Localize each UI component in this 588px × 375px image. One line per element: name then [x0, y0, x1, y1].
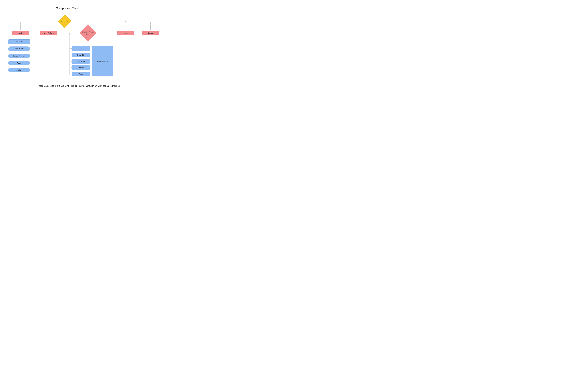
node-filter-highlights-label: Highlights [77, 54, 84, 56]
node-about-label: About [124, 32, 128, 34]
node-statecontrol: StateControl [58, 14, 71, 28]
node-statecontrol-label: StateControl [60, 20, 69, 22]
node-unityportfolio: UnityPortfolio [40, 31, 57, 35]
node-unityportfolio-label: UnityPortfolio [44, 32, 54, 34]
node-nav-header: Header [8, 39, 30, 44]
node-filter-javascript-label: JavaScript [77, 60, 85, 62]
node-contact: Contact [142, 31, 159, 35]
diagram-footnote: These Categories might actually be just … [37, 85, 120, 87]
node-repositorylist-label: RepositoryList [97, 60, 108, 62]
node-contact-label: Contact [148, 32, 153, 34]
node-navbar: NavBar [12, 31, 29, 35]
node-nav-playable: PlayablePortfolio [8, 46, 30, 51]
node-navbar-label: NavBar [18, 32, 23, 34]
node-standardportfolio-control-label: StandardPortfolio Control [82, 31, 94, 35]
node-nav-contact-label: Contact [16, 69, 22, 71]
node-nav-contact: Contact [8, 68, 30, 72]
node-repositorylist: RepositoryList [92, 46, 113, 76]
node-nav-about-label: About [17, 62, 21, 64]
node-filter-all-label: All [80, 48, 82, 50]
node-filter-javascript: JavaScript [72, 59, 90, 64]
node-filter-all: All [72, 46, 90, 51]
node-filter-csharp: C#/.Net [72, 65, 90, 70]
node-nav-standard: StandardPortfolio [8, 54, 30, 58]
node-filter-csharp-label: C#/.Net [78, 67, 84, 69]
node-about: About [117, 31, 134, 35]
node-filter-react-label: React [79, 73, 83, 75]
node-nav-playable-label: PlayablePortfolio [13, 48, 25, 50]
diagram-title: Component Tree [56, 7, 78, 10]
node-nav-about: About [8, 61, 30, 65]
node-standardportfolio-control: StandardPortfolio Control [80, 24, 97, 42]
node-filter-react: React [72, 72, 90, 76]
node-nav-header-label: Header [16, 41, 22, 43]
node-filter-highlights: Highlights [72, 53, 90, 57]
node-nav-standard-label: StandardPortfolio [13, 55, 25, 57]
